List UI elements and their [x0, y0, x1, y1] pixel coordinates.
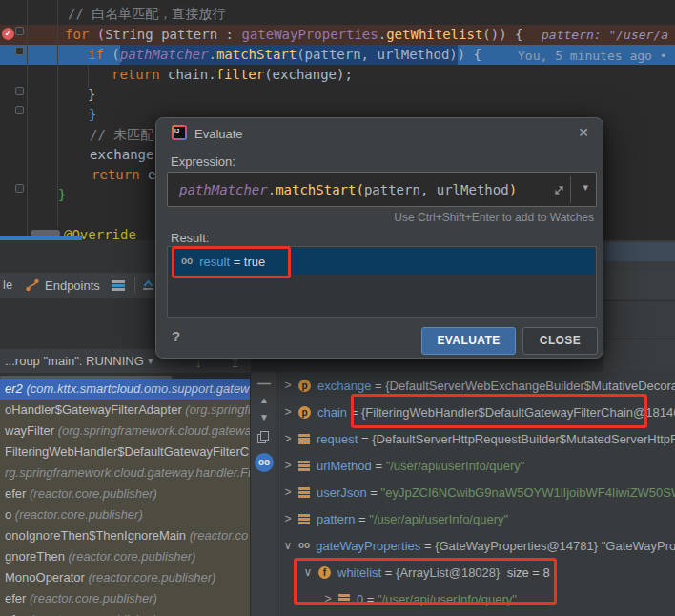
evaluate-dialog: IJ Evaluate ✕ Expression: pathMatcher.ma… — [155, 117, 603, 359]
expand-chevron-icon[interactable]: > — [281, 405, 295, 419]
frame-class: efer — [5, 612, 30, 616]
text-segment: {DefaultServerHttpRequestBuilder$Mutated… — [372, 432, 675, 446]
stack-frame-row[interactable]: gnoreThen (reactor.core.publisher) — [0, 546, 250, 567]
move-down-icon[interactable]: ▼ — [251, 412, 277, 422]
expand-icon[interactable] — [553, 183, 565, 200]
text-segment: , — [420, 182, 437, 197]
equals-sign: = — [230, 255, 244, 269]
result-list[interactable]: oo result = true — [167, 246, 597, 318]
code-line: } — [88, 85, 95, 105]
expand-chevron-icon[interactable]: > — [321, 592, 335, 606]
tab-endpoints-label: Endpoints — [45, 278, 100, 293]
ide-screen: ✓ // 白名单匹配，直接放行for (String pattern : gat… — [0, 0, 675, 616]
frame-package: (org.springfr — [185, 402, 250, 417]
copy-icon[interactable] — [251, 431, 277, 444]
variable-row-whitelist[interactable]: ∨fwhitelist = {ArrayList@18028} size = 8 — [276, 559, 675, 585]
expression-input[interactable]: pathMatcher.matchStart(pattern, urlMetho… — [167, 172, 597, 207]
frame-package: (reactor.core.publisher) — [30, 591, 157, 606]
text-segment: ) — [509, 182, 517, 197]
text-segment: ()) { — [482, 27, 522, 42]
text-segment: pathMatcher — [179, 182, 268, 197]
expand-chevron-icon[interactable]: > — [281, 432, 295, 445]
frame-class: FilteringWebHandler$DefaultGatewayFilter… — [5, 444, 250, 459]
text-segment: "/user/api/userInfo/query" — [369, 512, 508, 526]
equals-sign: = — [420, 539, 435, 553]
text-segment: exchange. — [90, 147, 162, 162]
expand-chevron-icon[interactable]: > — [281, 379, 295, 392]
tab-endpoints[interactable]: Endpoints — [25, 275, 100, 296]
text-segment: } — [88, 87, 95, 102]
dialog-title: Evaluate — [194, 127, 243, 141]
collapse-chevron-icon[interactable]: ∨ — [301, 565, 315, 579]
tab-console-partial[interactable]: le — [3, 277, 12, 292]
expand-chevron-icon[interactable]: > — [281, 485, 295, 499]
row-separator — [603, 300, 675, 301]
debugger-inline-hint: pattern: "/user/a — [542, 28, 668, 43]
stack-frame-row[interactable]: MonoOperator (reactor.core.publisher) — [0, 567, 250, 588]
collapse-chevron-icon[interactable]: ∨ — [281, 539, 295, 552]
value-bars-icon — [298, 487, 310, 498]
variable-name: urlMethod — [317, 459, 372, 473]
evaluate-button[interactable]: EVALUATE — [421, 327, 516, 355]
text-segment: matchStart — [216, 47, 297, 62]
stack-frame-row[interactable]: o (reactor.core.publisher) — [0, 504, 250, 525]
variable-row-0[interactable]: >0 = "/user/api/userInfo/query" — [276, 585, 675, 612]
fold-marker-icon[interactable] — [15, 184, 24, 193]
frame-class: oHandler$GatewayFilterAdapter — [5, 402, 185, 417]
frame-package: (reactor.core.publisher) — [69, 549, 196, 564]
help-icon[interactable]: ? — [172, 328, 180, 344]
endpoints-icon — [25, 277, 40, 293]
stack-frame-row[interactable]: FilteringWebHandler$DefaultGatewayFilter… — [0, 441, 250, 462]
variable-row-gateWayProperties[interactable]: ∨oogateWayProperties = {GateWayPropertie… — [276, 532, 675, 559]
stack-frame-row[interactable]: efer (reactor.core.publisher) — [0, 609, 250, 616]
gutter-separator — [27, 0, 28, 238]
text-segment: gateWayProperties — [241, 27, 378, 42]
expand-chevron-icon[interactable]: > — [281, 459, 295, 472]
close-icon[interactable]: ✕ — [578, 125, 589, 140]
result-row[interactable]: oo result = true — [169, 248, 595, 275]
fold-marker-icon[interactable] — [15, 47, 24, 55]
code-line: // 未匹配 — [90, 125, 153, 145]
frame-package: (reactor.core.publisher) — [15, 507, 143, 522]
stack-frame-row[interactable]: oHandler$GatewayFilterAdapter (org.sprin… — [0, 400, 250, 421]
stack-frame-row[interactable]: wayFilter (org.springframework.cloud.gat… — [0, 421, 250, 441]
stack-frame-row[interactable]: efer (reactor.core.publisher) — [0, 588, 250, 609]
variable-row-exchange[interactable]: >pexchange = {DefaultServerWebExchangeBu… — [276, 372, 675, 399]
text-segment: ( — [356, 182, 363, 197]
layout-settings-icon[interactable] — [112, 280, 125, 291]
variable-row-urlMethod[interactable]: >urlMethod = "/user/api/userInfo/query" — [276, 452, 675, 479]
text-segment: } — [89, 107, 96, 122]
equals-sign: = — [372, 459, 386, 473]
variable-row-userJson[interactable]: >userJson = "eyJpZCI6NCwibG9naW5OYW1lIjo… — [276, 479, 675, 505]
text-segment: {GateWayProperties@14781} — [435, 539, 602, 553]
frame-package: (com.kttx.smartcloud.omo.support.gatew — [26, 381, 249, 396]
stack-frame-row[interactable]: onoIgnoreThen$ThenIgnoreMain (reactor.co — [0, 525, 250, 546]
variable-row-request[interactable]: >request = {DefaultServerHttpRequestBuil… — [276, 425, 675, 452]
text-segment: if — [88, 47, 112, 62]
fold-marker-icon[interactable] — [15, 106, 24, 114]
stack-frame-row[interactable]: er2 (com.kttx.smartcloud.omo.support.gat… — [0, 379, 250, 400]
equals-sign: = — [347, 405, 361, 420]
text-segment: "GateWayProp — [602, 539, 675, 553]
variable-row-pattern[interactable]: >pattern = "/user/api/userInfo/query" — [276, 505, 675, 532]
stack-frame-row[interactable]: efer (reactor.core.publisher) — [0, 483, 250, 504]
result-name: result — [199, 255, 230, 269]
move-up-icon[interactable]: ▲ — [251, 395, 277, 405]
breakpoint-icon[interactable]: ✓ — [2, 28, 14, 40]
text-segment: for — [65, 27, 97, 42]
collapsed-region-pill[interactable] — [31, 230, 60, 236]
fold-marker-icon[interactable] — [15, 87, 24, 95]
row-separator — [603, 339, 675, 339]
expand-chevron-icon[interactable]: > — [281, 512, 295, 525]
text-segment: . — [378, 27, 386, 42]
stack-frame-row[interactable]: rg.springframework.cloud.gateway.handler… — [0, 462, 250, 483]
equals-sign: = — [358, 432, 372, 446]
rerun-icon[interactable] — [141, 277, 155, 292]
variable-row-chain[interactable]: >pchain = {FilteringWebHandler$DefaultGa… — [276, 399, 675, 425]
close-button[interactable]: CLOSE — [522, 327, 598, 355]
fold-marker-icon[interactable] — [15, 27, 24, 35]
watches-toggle-icon[interactable]: oo — [251, 452, 277, 472]
text-segment: . — [268, 182, 276, 197]
history-dropdown-icon[interactable]: ▾ — [583, 181, 588, 194]
collapse-icon[interactable]: — — [251, 376, 277, 391]
